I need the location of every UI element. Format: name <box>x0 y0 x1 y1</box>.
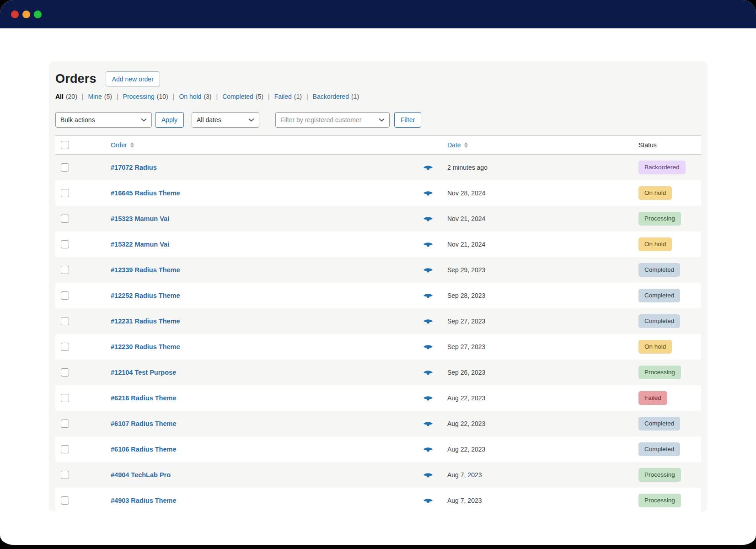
table-row: #4903 Radius Theme Aug 7, 2023 Processin… <box>55 488 701 513</box>
status-filter-item: All (20) | <box>55 93 88 100</box>
status-filter-item: Processing (10) | <box>123 93 179 100</box>
row-checkbox[interactable] <box>61 163 69 172</box>
order-link[interactable]: #6107 Radius Theme <box>111 420 176 427</box>
order-link[interactable]: #6106 Radius Theme <box>111 446 176 453</box>
preview-order-button[interactable] <box>423 395 433 401</box>
row-checkbox[interactable] <box>61 368 69 377</box>
order-link[interactable]: #12104 Test Purpose <box>111 369 176 376</box>
status-badge: Processing <box>638 494 681 507</box>
table-row: #15322 Mamun Vai Nov 21, 2024 On hold <box>55 231 701 257</box>
row-checkbox[interactable] <box>61 343 69 351</box>
order-date: Aug 7, 2023 <box>447 497 482 504</box>
minimize-window-button[interactable] <box>22 11 30 18</box>
chevron-down-icon <box>141 118 147 122</box>
status-filter-link[interactable]: Completed (5) <box>222 93 263 100</box>
preview-order-button[interactable] <box>423 421 433 427</box>
status-filter-label: On hold <box>179 93 201 100</box>
order-link[interactable]: #6216 Radius Theme <box>111 394 176 402</box>
row-checkbox[interactable] <box>61 420 69 428</box>
table-row: #12252 Radius Theme Sep 28, 2023 Complet… <box>55 283 701 308</box>
eye-icon <box>423 498 433 504</box>
row-checkbox[interactable] <box>61 471 69 479</box>
zoom-window-button[interactable] <box>34 11 42 18</box>
status-filter-label: All <box>55 93 64 100</box>
order-link[interactable]: #12231 Radius Theme <box>111 318 180 325</box>
preview-order-button[interactable] <box>423 216 433 222</box>
order-link[interactable]: #16645 Radius Theme <box>111 189 180 197</box>
date-filter-select[interactable]: All dates <box>192 112 259 128</box>
filter-button[interactable]: Filter <box>394 112 421 128</box>
eye-icon <box>423 190 433 196</box>
status-filter-link[interactable]: Mine (5) <box>88 93 112 100</box>
row-checkbox[interactable] <box>61 240 69 248</box>
eye-icon <box>423 344 433 350</box>
row-checkbox[interactable] <box>61 215 69 223</box>
table-row: #16645 Radius Theme Nov 28, 2024 On hold <box>55 180 701 206</box>
preview-order-button[interactable] <box>423 498 433 504</box>
add-new-order-button[interactable]: Add new order <box>106 71 160 86</box>
preview-order-button[interactable] <box>423 190 433 196</box>
order-link[interactable]: #4904 TechLab Pro <box>111 471 171 479</box>
order-link[interactable]: #17072 Radius <box>111 164 157 171</box>
page-title: Orders <box>55 72 97 86</box>
status-filter-count: (1) <box>294 93 302 100</box>
preview-order-button[interactable] <box>423 370 433 376</box>
status-filter-label: Mine <box>88 93 102 100</box>
preview-order-button[interactable] <box>423 165 433 171</box>
column-header-date[interactable]: Date <box>447 141 468 149</box>
select-all-checkbox[interactable] <box>61 141 69 149</box>
close-window-button[interactable] <box>11 11 19 18</box>
status-filter-link[interactable]: Failed (1) <box>274 93 302 100</box>
row-checkbox[interactable] <box>61 291 69 300</box>
status-badge: Completed <box>638 289 680 302</box>
status-filter-link[interactable]: Processing (10) <box>123 93 168 100</box>
preview-order-button[interactable] <box>423 293 433 299</box>
eye-icon <box>423 216 433 222</box>
order-link[interactable]: #15322 Mamun Vai <box>111 241 169 248</box>
row-checkbox[interactable] <box>61 445 69 453</box>
eye-icon <box>423 472 433 478</box>
status-filter-link[interactable]: All (20) <box>55 93 77 100</box>
status-badge: Completed <box>638 442 680 456</box>
status-badge: Processing <box>638 366 681 379</box>
row-checkbox[interactable] <box>61 189 69 197</box>
table-row: #15323 Mamun Vai Nov 21, 2024 Processing <box>55 206 701 231</box>
order-link[interactable]: #15323 Mamun Vai <box>111 215 169 222</box>
preview-order-button[interactable] <box>423 472 433 478</box>
orders-table-body: #17072 Radius 2 minutes ago Backordered … <box>55 155 701 513</box>
filter-separator: | <box>117 93 118 100</box>
filter-separator: | <box>173 93 175 100</box>
preview-order-button[interactable] <box>423 242 433 248</box>
sort-icon <box>464 142 468 148</box>
order-date: 2 minutes ago <box>447 164 488 171</box>
order-date: Nov 21, 2024 <box>447 215 485 222</box>
status-filter-count: (10) <box>157 93 168 100</box>
row-checkbox[interactable] <box>61 394 69 402</box>
row-checkbox[interactable] <box>61 266 69 274</box>
preview-order-button[interactable] <box>423 344 433 350</box>
status-filter-link[interactable]: On hold (3) <box>179 93 211 100</box>
order-link[interactable]: #12252 Radius Theme <box>111 292 180 299</box>
status-filter-count: (3) <box>204 93 211 100</box>
status-badge: Processing <box>638 212 681 226</box>
row-checkbox[interactable] <box>61 317 69 325</box>
order-link[interactable]: #12339 Radius Theme <box>111 266 180 274</box>
row-checkbox[interactable] <box>61 496 69 505</box>
bulk-actions-select[interactable]: Bulk actions <box>55 112 152 128</box>
status-filter-link[interactable]: Backordered (1) <box>313 93 359 100</box>
preview-order-button[interactable] <box>423 267 433 273</box>
apply-button[interactable]: Apply <box>155 112 184 128</box>
order-date: Sep 28, 2023 <box>447 292 485 299</box>
preview-order-button[interactable] <box>423 447 433 452</box>
order-link[interactable]: #4903 Radius Theme <box>111 497 176 504</box>
status-filter-item: Failed (1) | <box>274 93 313 100</box>
status-filter-item: On hold (3) | <box>179 93 222 100</box>
status-filter-count: (5) <box>256 93 263 100</box>
status-filter-item: Completed (5) | <box>222 93 274 100</box>
customer-filter-select[interactable]: Filter by registered customer <box>275 112 390 128</box>
preview-order-button[interactable] <box>423 318 433 324</box>
table-row: #6216 Radius Theme Aug 22, 2023 Failed <box>55 385 701 411</box>
status-badge: Completed <box>638 263 680 277</box>
order-link[interactable]: #12230 Radius Theme <box>111 343 180 350</box>
column-header-order[interactable]: Order <box>111 141 134 149</box>
